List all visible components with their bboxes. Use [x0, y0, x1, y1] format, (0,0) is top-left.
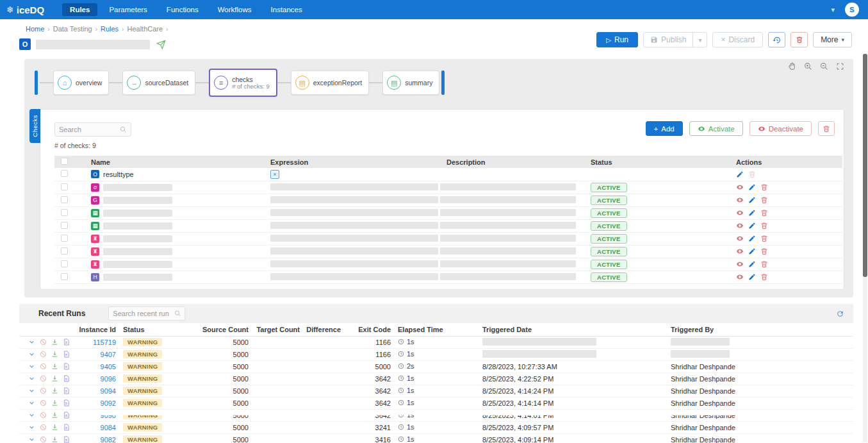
- delete-check-icon[interactable]: [760, 247, 768, 255]
- row-checkbox[interactable]: [61, 209, 68, 216]
- instance-id-link[interactable]: 9084: [101, 424, 116, 431]
- workflow-node[interactable]: ≡ checks # of checks: 9: [209, 69, 277, 97]
- breadcrumb-item[interactable]: Rules: [101, 25, 119, 33]
- zoom-out-icon[interactable]: [820, 62, 828, 71]
- nav-menu-item[interactable]: Workflows: [210, 3, 259, 16]
- log-file-icon[interactable]: [63, 399, 70, 406]
- delete-checks-button[interactable]: [818, 121, 835, 136]
- workflow-node[interactable]: ▤ exceptionReport: [291, 71, 369, 95]
- expand-row-icon[interactable]: [28, 412, 35, 419]
- instance-id-link[interactable]: 9407: [101, 351, 116, 358]
- breadcrumb-item[interactable]: Data Testing: [53, 25, 92, 33]
- delete-rule-button[interactable]: [790, 32, 808, 47]
- row-checkbox[interactable]: [61, 235, 68, 242]
- row-checkbox[interactable]: [61, 260, 68, 267]
- edit-check-icon[interactable]: [748, 222, 756, 230]
- deactivate-check-icon[interactable]: [736, 209, 744, 217]
- download-icon[interactable]: [51, 339, 58, 346]
- instance-id-link[interactable]: 9082: [101, 436, 116, 443]
- edit-check-icon[interactable]: [736, 171, 744, 178]
- app-logo[interactable]: ❄ iceDQ: [6, 4, 44, 15]
- download-icon[interactable]: [51, 363, 58, 370]
- delete-check-icon[interactable]: [760, 235, 768, 242]
- deactivate-check-icon[interactable]: [736, 235, 744, 242]
- delete-check-icon[interactable]: [760, 260, 768, 268]
- add-check-button[interactable]: + Add: [646, 121, 683, 136]
- runs-search-input[interactable]: [113, 310, 174, 317]
- checks-search-input[interactable]: [59, 126, 120, 133]
- fit-view-icon[interactable]: [836, 62, 844, 71]
- expand-row-icon[interactable]: [28, 363, 35, 370]
- send-paper-plane-icon[interactable]: [156, 40, 166, 49]
- download-icon[interactable]: [51, 436, 58, 443]
- expand-row-icon[interactable]: [28, 436, 35, 443]
- refresh-icon[interactable]: [836, 310, 844, 318]
- instance-id-link[interactable]: 9405: [101, 363, 116, 371]
- delete-check-icon[interactable]: [760, 209, 768, 217]
- log-file-icon[interactable]: [63, 339, 70, 346]
- user-avatar[interactable]: S: [845, 3, 859, 17]
- edit-check-icon[interactable]: [748, 260, 756, 268]
- pan-hand-icon[interactable]: [788, 62, 796, 71]
- log-file-icon[interactable]: [63, 375, 70, 382]
- deactivate-button[interactable]: Deactivate: [749, 121, 812, 136]
- delete-check-icon[interactable]: [760, 196, 768, 204]
- instance-id-link[interactable]: 9096: [101, 375, 116, 383]
- checks-side-tab[interactable]: Checks: [29, 109, 40, 143]
- delete-check-icon[interactable]: [748, 171, 756, 178]
- edit-check-icon[interactable]: [748, 209, 756, 217]
- delete-check-icon[interactable]: [760, 273, 768, 281]
- download-icon[interactable]: [51, 375, 58, 382]
- expand-row-icon[interactable]: [28, 399, 35, 406]
- publish-dropdown-button[interactable]: ▾: [692, 33, 707, 47]
- chevron-down-icon[interactable]: ▾: [831, 6, 835, 14]
- cancel-run-icon[interactable]: [40, 387, 47, 394]
- edit-check-icon[interactable]: [748, 235, 756, 242]
- log-file-icon[interactable]: [63, 363, 70, 370]
- run-button[interactable]: ▷ Run: [596, 32, 638, 47]
- expression-icon[interactable]: ×: [270, 170, 279, 179]
- deactivate-check-icon[interactable]: [736, 260, 744, 268]
- discard-button[interactable]: × Discard: [712, 32, 763, 47]
- instance-id-link[interactable]: 115719: [93, 339, 116, 346]
- expand-row-icon[interactable]: [28, 351, 35, 358]
- download-icon[interactable]: [51, 399, 58, 406]
- edit-check-icon[interactable]: [748, 273, 756, 281]
- expand-row-icon[interactable]: [28, 424, 35, 431]
- page-scrollbar[interactable]: [863, 54, 867, 442]
- row-checkbox[interactable]: [61, 247, 68, 255]
- edit-check-icon[interactable]: [748, 247, 756, 255]
- nav-menu-item[interactable]: Instances: [263, 3, 310, 16]
- history-button[interactable]: [768, 32, 785, 47]
- zoom-in-icon[interactable]: [804, 62, 812, 71]
- delete-check-icon[interactable]: [760, 222, 768, 230]
- more-button[interactable]: More ▾: [813, 32, 852, 47]
- breadcrumb-item[interactable]: HealthCare: [127, 25, 163, 33]
- row-checkbox[interactable]: [61, 196, 68, 203]
- instance-id-link[interactable]: 9092: [101, 399, 116, 407]
- log-file-icon[interactable]: [63, 387, 70, 394]
- deactivate-check-icon[interactable]: [736, 273, 744, 281]
- cancel-run-icon[interactable]: [40, 375, 47, 382]
- scrollbar-thumb[interactable]: [863, 54, 867, 277]
- log-file-icon[interactable]: [63, 351, 70, 358]
- deactivate-check-icon[interactable]: [736, 196, 744, 204]
- download-icon[interactable]: [51, 351, 58, 358]
- cancel-run-icon[interactable]: [40, 339, 47, 346]
- cancel-run-icon[interactable]: [40, 412, 47, 419]
- log-file-icon[interactable]: [63, 424, 70, 431]
- nav-menu-item[interactable]: Functions: [159, 3, 206, 16]
- workflow-node[interactable]: ▤ summary: [382, 71, 439, 95]
- cancel-run-icon[interactable]: [40, 363, 47, 370]
- download-icon[interactable]: [51, 412, 58, 419]
- workflow-node[interactable]: → sourceDataset: [122, 71, 195, 95]
- instance-id-link[interactable]: 9090: [101, 412, 116, 419]
- instance-id-link[interactable]: 9094: [101, 387, 116, 395]
- expand-row-icon[interactable]: [28, 387, 35, 394]
- workflow-node[interactable]: ⌂ overview: [53, 71, 109, 95]
- expand-row-icon[interactable]: [28, 339, 35, 346]
- download-icon[interactable]: [51, 387, 58, 394]
- select-all-checkbox[interactable]: [61, 158, 68, 165]
- check-name[interactable]: resulttype: [103, 171, 134, 178]
- edit-check-icon[interactable]: [748, 196, 756, 204]
